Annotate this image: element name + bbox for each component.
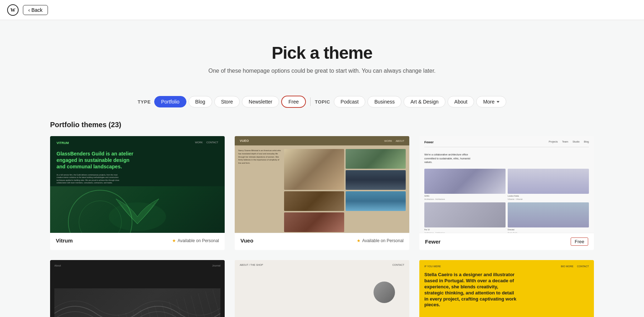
- fewer-name: Fewer: [425, 239, 440, 245]
- dark-wavy-graphic: [54, 288, 220, 317]
- fewer-nav-blog: Blog: [584, 140, 589, 144]
- fewer-img-3: [424, 202, 506, 227]
- filter-newsletter[interactable]: Newsletter: [242, 96, 279, 107]
- vueo-logo: VUEO: [240, 139, 249, 143]
- dossier-nav-contact: CONTACT: [392, 264, 404, 266]
- theme-grid-row1: VITRUM WORK CONTACT GlassBenders Guild i…: [50, 136, 594, 250]
- theme-preview-dossier: ABOUT / THE SHOP CONTACT DOSSIER: [235, 260, 409, 317]
- back-label: Back: [31, 7, 43, 13]
- vueo-nav-about: ABOUT: [396, 140, 404, 142]
- fewer-nav: Fewer Projects Team Studio Blog: [424, 140, 589, 147]
- topic-label: TOPIC: [315, 99, 330, 105]
- yellow-nav-right: BIO MORE CONTACT: [561, 265, 589, 268]
- vueo-nav: VUEO WORK ABOUT: [235, 136, 409, 145]
- star-icon-2: ★: [357, 238, 361, 243]
- theme-card-frameless[interactable]: IF YOU WERE BIO MORE CONTACT Stella Caei…: [419, 260, 594, 317]
- chevron-left-icon: ‹: [28, 7, 30, 13]
- vueo-image-6: [284, 212, 344, 232]
- filter-more[interactable]: More: [476, 96, 506, 107]
- fewer-project-2-name: London Fields: [508, 195, 589, 197]
- fewer-img-2: [508, 169, 589, 194]
- fewer-nav-studio: Studio: [572, 140, 580, 144]
- fewer-project-4-name: Directed: [508, 229, 589, 231]
- vitrum-logo: VITRUM: [57, 141, 69, 145]
- frameless-title: Stella Caeiro is a designer and illustra…: [424, 272, 517, 308]
- theme-card-fewer[interactable]: Fewer Projects Team Studio Blog We're a …: [419, 136, 594, 250]
- vitrum-nav-work: WORK: [195, 141, 203, 145]
- filter-about[interactable]: About: [448, 96, 474, 107]
- fewer-project-3: Par 10 Architecture - Architecture: [424, 202, 506, 233]
- vueo-content: Nancy Soares-Birkstad is an American art…: [235, 145, 409, 233]
- vueo-nav-links: WORK ABOUT: [384, 140, 404, 142]
- svg-text:W: W: [10, 7, 15, 13]
- filter-divider: [310, 97, 311, 106]
- vueo-image-3: [346, 170, 406, 190]
- vitrum-badge-label: Available on Personal: [177, 238, 219, 243]
- dossier-nav-about: ABOUT / THE SHOP: [240, 264, 263, 266]
- yellow-nav-link3: CONTACT: [577, 265, 589, 268]
- vitrum-hero-text: GlassBenders Guild is an atelier engaged…: [57, 150, 135, 170]
- theme-card-vueo[interactable]: VUEO WORK ABOUT Nancy Soares-Birkstad is…: [235, 136, 409, 250]
- type-label: TYPE: [138, 99, 151, 105]
- vueo-image-1: [284, 149, 344, 190]
- more-label: More: [483, 99, 494, 105]
- filter-portfolio[interactable]: Portfolio: [154, 96, 186, 107]
- star-icon: ★: [172, 238, 176, 243]
- vitrum-image-area: [50, 186, 225, 233]
- fewer-project-4-desc: Study Study: [508, 232, 589, 233]
- fewer-logo: Fewer: [424, 140, 434, 144]
- filter-business[interactable]: Business: [367, 96, 401, 107]
- fewer-nav-projects: Projects: [549, 140, 558, 144]
- dossier-portrait-bg: [374, 282, 395, 303]
- vueo-badge-label: Available on Personal: [362, 238, 404, 243]
- page-subtitle: One of these homepage options could be g…: [50, 68, 594, 74]
- vueo-sidebar-text: Nancy Soares-Birkstad is an American art…: [238, 149, 281, 165]
- vueo-name: Vueo: [240, 237, 253, 244]
- fewer-project-1-desc: Architecture - Architecture: [424, 198, 506, 200]
- fewer-img-1: [424, 169, 506, 194]
- fewer-img-4: [508, 202, 589, 227]
- dark-nav-about: About: [54, 264, 61, 267]
- vueo-image-2: [346, 149, 406, 169]
- vitrum-nav-contact: CONTACT: [206, 141, 218, 145]
- vitrum-body-text: As a full service firm, the Guild delive…: [57, 174, 121, 184]
- back-button[interactable]: ‹ Back: [23, 5, 48, 15]
- vueo-badge: ★ Available on Personal: [357, 238, 404, 243]
- vitrum-name: Vitrum: [56, 237, 73, 244]
- filter-bar: TYPE Portfolio Blog Store Newsletter Fre…: [50, 96, 594, 108]
- section-title: Portfolio themes (23): [50, 121, 594, 129]
- chevron-down-icon: [497, 101, 499, 103]
- fewer-hero-text: We're a collaborative architecture offic…: [424, 153, 474, 164]
- dark-content-area: [54, 274, 220, 317]
- vitrum-nav: VITRUM WORK CONTACT: [57, 141, 218, 145]
- filter-free[interactable]: Free: [281, 96, 306, 108]
- filter-podcast[interactable]: Podcast: [334, 96, 366, 107]
- theme-preview-vitrum: VITRUM WORK CONTACT GlassBenders Guild i…: [50, 136, 225, 233]
- theme-grid-row2: About Journal: [50, 260, 594, 317]
- filter-blog[interactable]: Blog: [189, 96, 212, 107]
- main-content: Pick a theme One of these homepage optio…: [36, 0, 608, 317]
- vitrum-footer: Vitrum ★ Available on Personal: [50, 233, 225, 248]
- fewer-grid: SARG Architecture - Architecture London …: [424, 169, 589, 233]
- theme-card-dark[interactable]: About Journal: [50, 260, 225, 317]
- filter-art-design[interactable]: Art & Design: [404, 96, 445, 107]
- vueo-nav-work: WORK: [384, 140, 392, 142]
- fewer-nav-team: Team: [562, 140, 568, 144]
- yellow-nav: IF YOU WERE BIO MORE CONTACT: [424, 265, 589, 268]
- yellow-nav-link1: IF YOU WERE: [424, 265, 441, 268]
- vueo-grid: [284, 149, 406, 232]
- fewer-project-2: London Fields Urbanist - Urbanist: [508, 169, 589, 200]
- dossier-nav: ABOUT / THE SHOP CONTACT: [240, 264, 404, 266]
- filter-store[interactable]: Store: [214, 96, 240, 107]
- fewer-project-3-desc: Architecture - Architecture: [424, 232, 506, 233]
- fewer-project-3-name: Par 10: [424, 229, 506, 231]
- wp-logo-icon: W: [7, 4, 19, 16]
- theme-card-dossier[interactable]: ABOUT / THE SHOP CONTACT DOSSIER Dossier: [235, 260, 409, 317]
- header: W ‹ Back: [0, 0, 644, 20]
- theme-preview-dark: About Journal: [50, 260, 225, 317]
- theme-preview-frameless: IF YOU WERE BIO MORE CONTACT Stella Caei…: [419, 260, 594, 317]
- fewer-nav-links: Projects Team Studio Blog: [549, 140, 589, 144]
- vueo-footer: Vueo ★ Available on Personal: [235, 233, 409, 248]
- vueo-sidebar: Nancy Soares-Birkstad is an American art…: [238, 149, 281, 232]
- theme-card-vitrum[interactable]: VITRUM WORK CONTACT GlassBenders Guild i…: [50, 136, 225, 250]
